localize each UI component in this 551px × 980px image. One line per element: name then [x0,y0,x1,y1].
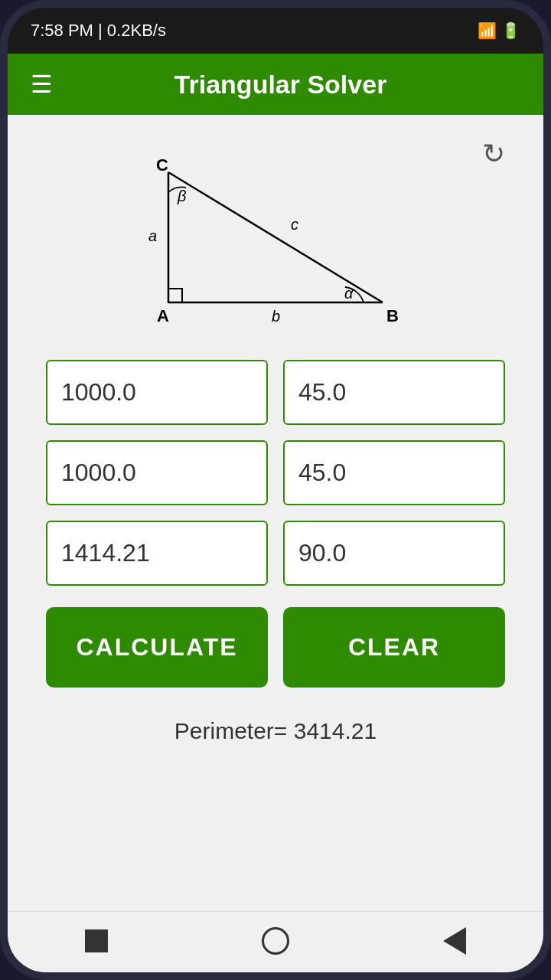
svg-text:A: A [157,306,169,325]
svg-line-2 [168,172,383,302]
status-time: 7:58 PM | 0.2KB/s [31,21,166,41]
svg-text:b: b [272,308,280,325]
triangle-diagram: A B C a b c α β ↻ [46,138,505,337]
phone-frame: 7:58 PM | 0.2KB/s 📶 🔋 ☰ Triangular Solve… [0,0,551,980]
status-icons: 📶 🔋 [478,21,520,40]
side-b-input[interactable] [46,440,268,505]
svg-text:C: C [156,155,168,175]
triangle-svg: A B C a b c α β [145,145,406,329]
perimeter-result: Perimeter= 3414.21 [174,718,377,743]
nav-back-icon[interactable] [443,927,466,958]
angle-alpha-input[interactable] [283,360,505,425]
status-bar: 7:58 PM | 0.2KB/s 📶 🔋 [8,8,543,54]
angle-beta-input[interactable] [283,440,505,505]
side-a-input[interactable] [46,360,268,425]
input-grid [46,360,505,586]
result-display: Perimeter= 3414.21 [174,718,377,744]
side-c-input[interactable] [46,521,268,586]
main-content: A B C a b c α β ↻ [8,115,543,911]
nav-bar [8,911,543,972]
app-title: Triangular Solver [71,70,490,100]
toolbar: ☰ Triangular Solver [8,54,543,115]
svg-text:a: a [148,227,157,244]
clear-button[interactable]: CLEAR [283,607,505,688]
calculate-button[interactable]: CALCULATE [46,607,268,688]
svg-text:B: B [386,306,399,325]
nav-home-icon[interactable] [262,927,289,958]
menu-icon[interactable]: ☰ [31,72,53,96]
button-row: CALCULATE CLEAR [46,607,505,688]
nav-recent-icon[interactable] [85,929,108,956]
angle-gamma-input[interactable] [283,521,505,586]
svg-text:c: c [291,216,298,233]
svg-text:α: α [344,285,354,302]
svg-text:β: β [177,188,186,204]
svg-rect-3 [168,289,182,302]
refresh-icon[interactable]: ↻ [482,138,505,170]
